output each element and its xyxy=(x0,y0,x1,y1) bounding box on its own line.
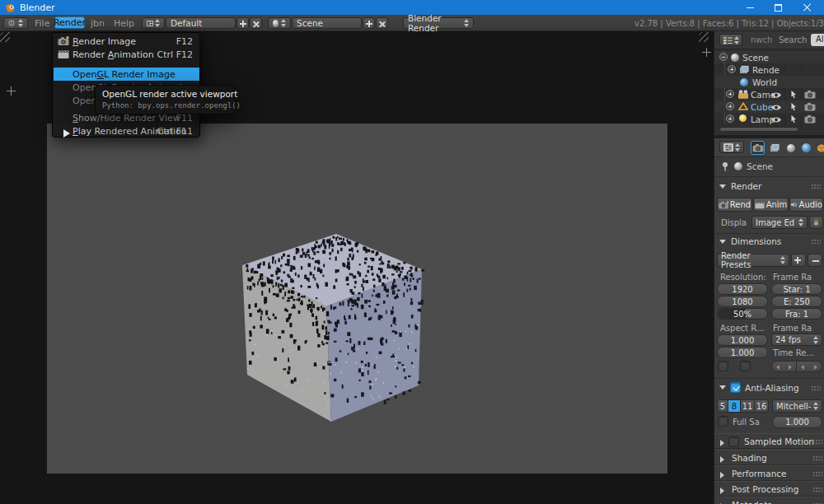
render-anim-button[interactable]: Anim xyxy=(753,198,789,212)
time-remap-steppers[interactable] xyxy=(771,361,822,372)
outliner-view-menu[interactable]: nwch xyxy=(751,35,772,44)
menu-item-play-rendered-animation[interactable]: Play Rendered Animation Ctrl F11 xyxy=(54,124,199,138)
renderability-camera-icon[interactable] xyxy=(804,102,816,111)
outliner-search[interactable]: Search xyxy=(779,35,807,44)
aa-samples-16[interactable]: 16 xyxy=(755,399,769,413)
editor-type-button[interactable] xyxy=(3,17,28,29)
outliner-row-camera[interactable]: Camer xyxy=(714,88,824,100)
menu-item-render-animation[interactable]: Render Animation Ctrl F12 xyxy=(54,48,199,61)
tab-render[interactable] xyxy=(751,141,765,155)
border-checkbox[interactable] xyxy=(718,361,728,371)
delete-scene-button[interactable] xyxy=(376,17,388,29)
area-corner-grip[interactable] xyxy=(0,32,10,42)
restore-button[interactable] xyxy=(765,0,790,15)
time-remap-new[interactable] xyxy=(797,361,822,372)
panel-drag-dots[interactable] xyxy=(812,439,822,445)
crop-checkbox[interactable] xyxy=(740,361,751,371)
panel-expand-icon[interactable] xyxy=(701,47,712,58)
scene-selector[interactable]: Scene xyxy=(292,17,362,29)
render-presets-dropdown[interactable]: Render Presets xyxy=(717,254,789,267)
layout-selector[interactable]: Default xyxy=(166,17,236,29)
tab-world[interactable] xyxy=(799,141,813,155)
visibility-eye-icon[interactable] xyxy=(770,103,782,112)
layout-icon-button[interactable] xyxy=(142,17,165,29)
selectability-cursor-icon[interactable] xyxy=(788,102,799,111)
panel-header-antialiasing[interactable]: Anti-Aliasing xyxy=(719,382,799,393)
outliner-row-scene[interactable]: Scene xyxy=(714,51,824,63)
expand-icon[interactable] xyxy=(726,90,734,98)
aspect-y-field[interactable]: 1.000 xyxy=(717,347,768,358)
panel-drag-dots[interactable] xyxy=(811,184,821,189)
display-mode-dropdown[interactable]: Image Ed xyxy=(751,216,808,229)
selectability-cursor-icon[interactable] xyxy=(788,90,799,99)
full-sample-checkbox[interactable] xyxy=(718,416,728,427)
antialiasing-checkbox[interactable] xyxy=(730,382,741,393)
renderability-camera-icon[interactable] xyxy=(804,90,816,99)
add-layout-button[interactable] xyxy=(236,17,249,29)
add-scene-button[interactable] xyxy=(363,17,375,29)
panel-header-render[interactable]: Render xyxy=(719,181,761,191)
fps-dropdown[interactable]: 24 fps xyxy=(771,334,822,346)
close-button[interactable] xyxy=(794,0,819,15)
scene-icon-button[interactable] xyxy=(268,17,291,29)
render-still-button[interactable]: Rend xyxy=(717,198,752,212)
resolution-y-field[interactable]: 1080 xyxy=(717,296,768,307)
resolution-percentage-slider[interactable]: 50% xyxy=(717,308,768,320)
expand-icon[interactable] xyxy=(726,114,734,123)
time-remap-old[interactable] xyxy=(771,361,797,372)
panel-metadata[interactable]: Metadata xyxy=(714,497,824,504)
panel-drag-dots[interactable] xyxy=(811,385,821,391)
toolshelf-expand-icon[interactable] xyxy=(6,86,16,96)
panel-sampled-motion-blur[interactable]: Sampled Motion Bl xyxy=(714,433,824,449)
aa-samples-8[interactable]: 8 xyxy=(728,399,741,413)
outliner-scrollbar[interactable] xyxy=(719,127,798,132)
panel-drag-dots[interactable] xyxy=(812,471,822,477)
panel-post-processing[interactable]: Post Processing xyxy=(714,481,824,497)
menu-window[interactable]: jbn xyxy=(91,18,105,29)
menu-item-opengl-render-image[interactable]: OpenGL Render Image xyxy=(54,68,199,81)
panel-shading[interactable]: Shading xyxy=(714,450,824,465)
panel-performance[interactable]: Performance xyxy=(714,465,824,481)
render-audio-button[interactable]: Audio xyxy=(789,198,823,212)
filter-size-field[interactable]: 1.000 xyxy=(772,416,822,428)
delete-layout-button[interactable] xyxy=(250,17,262,29)
frame-start-field[interactable]: Star: 1 xyxy=(771,283,822,295)
properties-editor-type-button[interactable] xyxy=(719,141,744,153)
outliner-row-world[interactable]: World xyxy=(714,76,824,88)
expand-icon[interactable] xyxy=(726,102,734,110)
outliner-editor-type-button[interactable] xyxy=(719,34,742,46)
add-preset-button[interactable] xyxy=(791,254,806,267)
area-corner-grip[interactable] xyxy=(699,32,709,42)
visibility-eye-icon[interactable] xyxy=(770,91,782,100)
outliner-row-renderlayers[interactable]: Rende xyxy=(714,63,824,76)
collapse-icon[interactable] xyxy=(719,53,728,61)
aspect-x-field[interactable]: 1.000 xyxy=(717,334,768,346)
panel-header-dimensions[interactable]: Dimensions xyxy=(719,236,781,246)
tab-render-layers[interactable] xyxy=(767,141,781,155)
cube-object[interactable] xyxy=(231,222,437,430)
render-engine-selector[interactable]: Blender Render xyxy=(403,17,474,29)
tab-scene[interactable] xyxy=(784,141,798,155)
renderability-camera-icon[interactable] xyxy=(804,114,816,124)
menu-help[interactable]: Help xyxy=(114,18,134,29)
frame-step-field[interactable]: Fra: 1 xyxy=(771,308,822,320)
resolution-x-field[interactable]: 1920 xyxy=(717,283,768,295)
outliner-filter-all[interactable]: All xyxy=(811,34,824,46)
panel-drag-dots[interactable] xyxy=(811,239,821,245)
pin-icon[interactable] xyxy=(721,161,729,171)
menu-file[interactable]: File xyxy=(35,18,49,29)
expand-icon[interactable] xyxy=(728,65,736,73)
motion-blur-checkbox[interactable] xyxy=(728,436,739,447)
lock-button[interactable] xyxy=(809,216,823,229)
selectability-cursor-icon[interactable] xyxy=(788,114,799,124)
remove-preset-button[interactable] xyxy=(808,254,822,267)
tab-object[interactable] xyxy=(814,141,824,155)
aa-samples-5[interactable]: 5 xyxy=(717,399,728,413)
aa-samples-11[interactable]: 11 xyxy=(741,399,755,413)
frame-end-field[interactable]: E: 250 xyxy=(771,296,822,307)
menu-item-render-image[interactable]: Render Image F12 xyxy=(54,35,199,48)
panel-drag-dots[interactable] xyxy=(812,455,822,461)
visibility-eye-icon[interactable] xyxy=(770,115,782,124)
menu-render[interactable]: Render xyxy=(54,16,85,29)
outliner-row-lamp[interactable]: Lamp xyxy=(714,113,824,125)
